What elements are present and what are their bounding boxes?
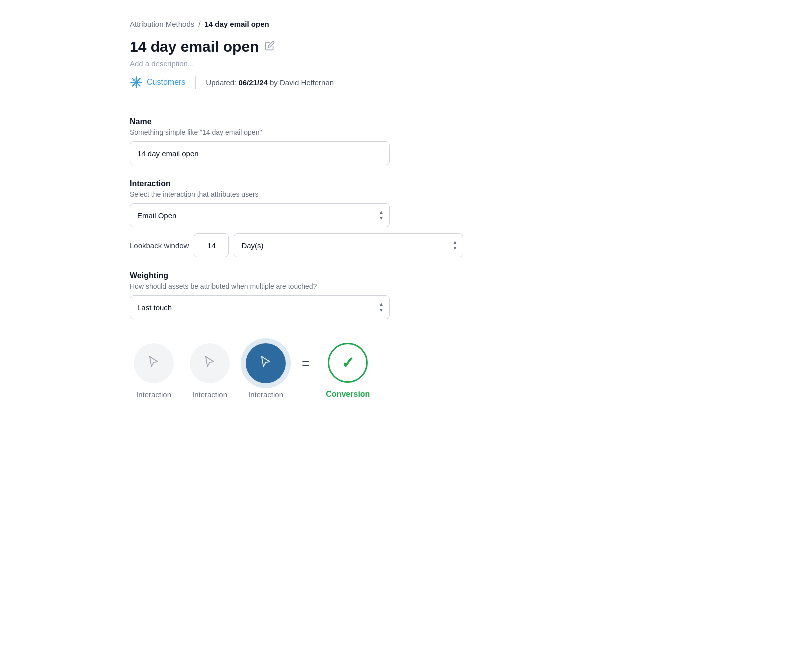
lookback-row: Lookback window Day(s) Hour(s) Week(s) ▲… (130, 233, 549, 257)
interaction-hint: Select the interaction that attributes u… (130, 190, 549, 198)
diagram-section: Interaction Interaction (130, 343, 549, 399)
interaction-select[interactable]: Email Open Email Click SMS Open Push Ope… (130, 203, 390, 227)
interaction-select-wrapper: Email Open Email Click SMS Open Push Ope… (130, 203, 390, 227)
interaction-label: Interaction (130, 179, 549, 188)
page-title: 14 day email open (130, 38, 259, 55)
diagram-label-3: Interaction (248, 390, 283, 399)
weighting-select[interactable]: Last touch First touch Linear Time decay (130, 295, 390, 319)
conversion-label: Conversion (326, 390, 370, 399)
page-title-row: 14 day email open (130, 38, 549, 55)
customers-badge[interactable]: Customers (130, 76, 196, 89)
lookback-number-input[interactable] (194, 233, 229, 257)
svg-point-4 (135, 78, 137, 80)
svg-point-11 (133, 84, 135, 85)
svg-point-6 (132, 81, 134, 83)
cursor-icon-1 (147, 355, 161, 372)
diagram-circle-3 (246, 343, 286, 383)
updated-by-user: David Heffernan (280, 78, 334, 87)
weighting-field-group: Weighting How should assets be attribute… (130, 271, 549, 319)
diagram-item-1: Interaction (134, 343, 174, 399)
weighting-hint: How should assets be attributed when mul… (130, 282, 549, 290)
name-hint: Something simple like "14 day email open… (130, 128, 549, 136)
interaction-field-group: Interaction Select the interaction that … (130, 179, 549, 257)
equals-sign: = (302, 356, 310, 372)
svg-point-10 (138, 79, 139, 81)
name-label: Name (130, 117, 549, 126)
diagram-label-2: Interaction (192, 390, 227, 399)
page-description[interactable]: Add a description... (130, 59, 549, 68)
svg-point-5 (135, 85, 137, 86)
breadcrumb-parent[interactable]: Attribution Methods (130, 20, 194, 28)
edit-icon[interactable] (265, 41, 275, 53)
checkmark-icon: ✓ (341, 353, 355, 372)
diagram-item-3: Interaction (246, 343, 286, 399)
weighting-label: Weighting (130, 271, 549, 280)
form-section: Name Something simple like "14 day email… (130, 117, 549, 319)
customers-label: Customers (147, 78, 185, 87)
diagram-label-1: Interaction (136, 390, 171, 399)
svg-point-8 (133, 79, 135, 81)
updated-label: Updated: (206, 78, 236, 87)
svg-point-7 (139, 81, 140, 83)
lookback-unit-select[interactable]: Day(s) Hour(s) Week(s) (234, 233, 463, 257)
diagram-item-2: Interaction (190, 343, 230, 399)
svg-point-9 (138, 84, 139, 85)
name-input[interactable] (130, 141, 390, 165)
breadcrumb-separator: / (198, 20, 200, 28)
updated-by-prefix: by (270, 78, 278, 87)
diagram-item-conversion: ✓ Conversion (326, 343, 370, 399)
diagram-circle-1 (134, 343, 174, 383)
snowflake-icon (130, 76, 143, 89)
meta-row: Customers Updated: 06/21/24 by David Hef… (130, 76, 549, 101)
cursor-icon-3 (259, 355, 273, 372)
breadcrumb: Attribution Methods / 14 day email open (130, 20, 549, 28)
lookback-label: Lookback window (130, 241, 189, 250)
lookback-unit-wrapper: Day(s) Hour(s) Week(s) ▲ ▼ (234, 233, 463, 257)
diagram-circle-2 (190, 343, 230, 383)
weighting-select-wrapper: Last touch First touch Linear Time decay… (130, 295, 390, 319)
conversion-circle: ✓ (328, 343, 368, 383)
breadcrumb-current: 14 day email open (204, 20, 269, 28)
updated-date: 06/21/24 (238, 78, 267, 87)
cursor-icon-2 (203, 355, 217, 372)
name-field-group: Name Something simple like "14 day email… (130, 117, 549, 165)
updated-info: Updated: 06/21/24 by David Heffernan (196, 78, 334, 87)
